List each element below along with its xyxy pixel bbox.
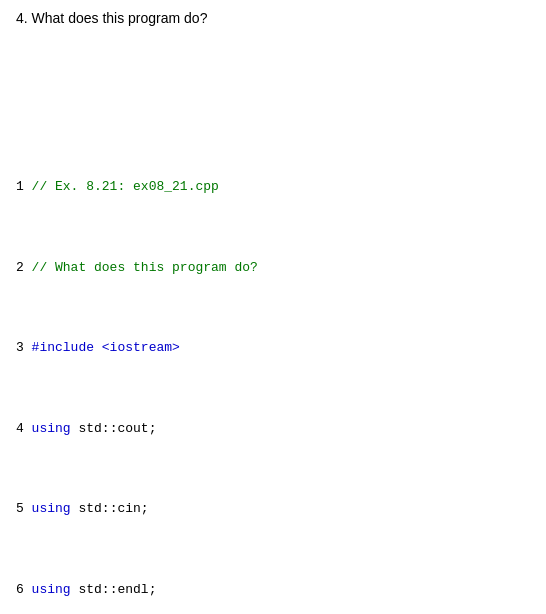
code-line-5: 5 using std::cin; — [16, 499, 530, 519]
question-text: What does this program do? — [32, 10, 208, 26]
code-line-3: 3 #include <iostream> — [16, 338, 530, 358]
code-line-2: 2 // What does this program do? — [16, 258, 530, 278]
code-line-1: 1 // Ex. 8.21: ex08_21.cpp — [16, 177, 530, 197]
question-number: 4. — [16, 10, 28, 26]
code-block: 1 // Ex. 8.21: ex08_21.cpp 2 // What doe… — [16, 36, 530, 614]
code-line-6: 6 using std::endl; — [16, 580, 530, 600]
code-line-blank1 — [16, 96, 530, 116]
question-title: 4. What does this program do? — [16, 10, 530, 26]
page-container: 4. What does this program do? 1 // Ex. 8… — [0, 0, 546, 614]
code-line-4: 4 using std::cout; — [16, 419, 530, 439]
